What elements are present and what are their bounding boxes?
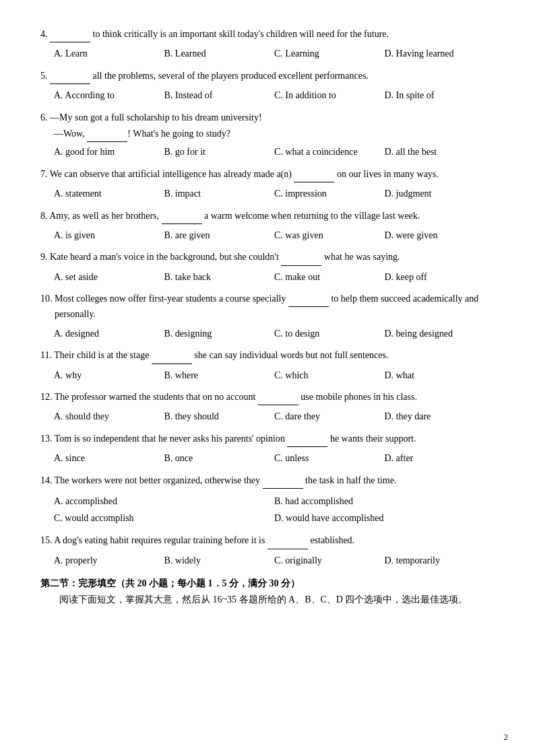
option-14b[interactable]: B. had accomplished (274, 493, 495, 510)
options-4: A. Learn B. Learned C. Learning D. Havin… (54, 46, 495, 61)
blank-6 (87, 127, 127, 142)
options-5: A. According to B. Instead of C. In addi… (54, 88, 495, 103)
question-7-text: 7. We can observe that artificial intell… (40, 167, 495, 182)
question-13-text: 13. Tom is so independent that he never … (40, 432, 495, 447)
blank-7 (294, 167, 334, 182)
option-5c[interactable]: C. In addition to (274, 88, 385, 103)
question-4: 4. to think critically is an important s… (40, 27, 495, 62)
option-6a[interactable]: A. good for him (54, 145, 164, 160)
blank-4 (50, 27, 90, 42)
option-12a[interactable]: A. should they (54, 409, 164, 424)
option-15a[interactable]: A. properly (54, 553, 164, 568)
section2-desc: 阅读下面短文，掌握其大意，然后从 16~35 各题所给的 A、B、C、D 四个选… (59, 592, 495, 607)
option-5b[interactable]: B. Instead of (164, 88, 275, 103)
option-14d[interactable]: D. would have accomplished (274, 510, 495, 526)
blank-10 (288, 291, 329, 307)
question-9: 9. Kate heard a man's voice in the backg… (40, 250, 495, 285)
page-number: 2 (504, 732, 509, 743)
option-12c[interactable]: C. dare they (274, 409, 385, 424)
blank-8 (162, 209, 202, 224)
question-5: 5. all the problems, several of the play… (40, 69, 495, 104)
option-13d[interactable]: D. after (385, 451, 495, 466)
option-15b[interactable]: B. widely (164, 553, 275, 568)
question-6-dialog2: —Wow, ! What's he going to study? (54, 127, 495, 142)
options-9: A. set aside B. take back C. make out D.… (54, 270, 495, 285)
option-4b[interactable]: B. Learned (164, 46, 275, 61)
question-15: 15. A dog's eating habit requires regula… (40, 533, 495, 568)
blank-15 (268, 533, 308, 549)
option-11c[interactable]: C. which (274, 368, 385, 383)
option-14c[interactable]: C. would accomplish (54, 510, 274, 526)
options-14: A. accomplished B. had accomplished C. w… (54, 493, 495, 526)
option-11b[interactable]: B. where (164, 368, 275, 383)
option-6b[interactable]: B. go for it (164, 145, 275, 160)
options-13: A. since B. once C. unless D. after (54, 451, 495, 466)
option-11d[interactable]: D. what (385, 368, 495, 383)
blank-12 (258, 390, 298, 405)
option-9a[interactable]: A. set aside (54, 270, 164, 285)
question-8-text: 8. Amy, as well as her brothers, a warm … (40, 209, 495, 224)
option-10a[interactable]: A. designed (54, 327, 164, 341)
options-15: A. properly B. widely C. originally D. t… (54, 553, 495, 568)
question-6-dialog1: 6. —My son got a full scholarship to his… (40, 110, 495, 125)
option-4c[interactable]: C. Learning (274, 46, 385, 61)
option-13a[interactable]: A. since (54, 451, 164, 466)
option-7b[interactable]: B. impact (164, 186, 275, 201)
option-5a[interactable]: A. According to (54, 88, 164, 103)
option-15c[interactable]: C. originally (274, 553, 385, 568)
option-13c[interactable]: C. unless (274, 451, 385, 466)
option-10d[interactable]: D. being designed (385, 327, 495, 341)
option-8b[interactable]: B. are given (164, 228, 275, 243)
option-7c[interactable]: C. impression (274, 186, 385, 201)
question-15-text: 15. A dog's eating habit requires regula… (40, 533, 495, 549)
option-8c[interactable]: C. was given (274, 228, 385, 243)
option-7d[interactable]: D. judgment (385, 186, 495, 201)
question-5-text: 5. all the problems, several of the play… (40, 69, 495, 84)
option-5d[interactable]: D. In spite of (385, 88, 495, 103)
option-14a[interactable]: A. accomplished (54, 493, 274, 510)
question-11-text: 11. Their child is at the stage she can … (40, 348, 495, 364)
blank-9 (281, 250, 321, 265)
option-15d[interactable]: D. temporarily (385, 553, 495, 568)
question-9-text: 9. Kate heard a man's voice in the backg… (40, 250, 495, 265)
question-11: 11. Their child is at the stage she can … (40, 348, 495, 383)
option-10c[interactable]: C. to design (274, 327, 385, 341)
question-7: 7. We can observe that artificial intell… (40, 167, 495, 202)
option-6d[interactable]: D. all the best (385, 145, 495, 160)
options-7: A. statement B. impact C. impression D. … (54, 186, 495, 201)
section2-title: 第二节：完形填空（共 20 小题；每小题 1．5 分，满分 30 分） (40, 578, 495, 590)
option-4d[interactable]: D. Having learned (385, 46, 495, 61)
option-12b[interactable]: B. they should (164, 409, 275, 424)
blank-11 (152, 348, 192, 364)
option-9d[interactable]: D. keep off (385, 270, 495, 285)
option-10b[interactable]: B. designing (164, 327, 275, 341)
question-10: 10. Most colleges now offer first-year s… (40, 291, 495, 341)
question-14-text: 14. The workers were not better organize… (40, 473, 495, 489)
question-12-text: 12. The professor warned the students th… (40, 390, 495, 405)
blank-13 (287, 432, 327, 447)
option-4a[interactable]: A. Learn (54, 46, 164, 61)
option-13b[interactable]: B. once (164, 451, 275, 466)
option-11a[interactable]: A. why (54, 368, 164, 383)
question-13: 13. Tom is so independent that he never … (40, 432, 495, 467)
option-9c[interactable]: C. make out (274, 270, 385, 285)
question-14: 14. The workers were not better organize… (40, 473, 495, 527)
blank-5 (50, 69, 90, 84)
option-12d[interactable]: D. they dare (385, 409, 495, 424)
question-10-text: 10. Most colleges now offer first-year s… (40, 291, 495, 322)
options-10: A. designed B. designing C. to design D.… (54, 327, 495, 341)
option-8a[interactable]: A. is given (54, 228, 164, 243)
option-8d[interactable]: D. were given (385, 228, 495, 243)
blank-14 (263, 473, 303, 489)
options-8: A. is given B. are given C. was given D.… (54, 228, 495, 243)
option-9b[interactable]: B. take back (164, 270, 275, 285)
option-7a[interactable]: A. statement (54, 186, 164, 201)
question-8: 8. Amy, as well as her brothers, a warm … (40, 209, 495, 244)
question-4-text: 4. to think critically is an important s… (40, 27, 495, 42)
option-6c[interactable]: C. what a coincidence (274, 145, 385, 160)
options-11: A. why B. where C. which D. what (54, 368, 495, 383)
question-12: 12. The professor warned the students th… (40, 390, 495, 425)
options-12: A. should they B. they should C. dare th… (54, 409, 495, 424)
options-6: A. good for him B. go for it C. what a c… (54, 145, 495, 160)
question-6: 6. —My son got a full scholarship to his… (40, 110, 495, 160)
